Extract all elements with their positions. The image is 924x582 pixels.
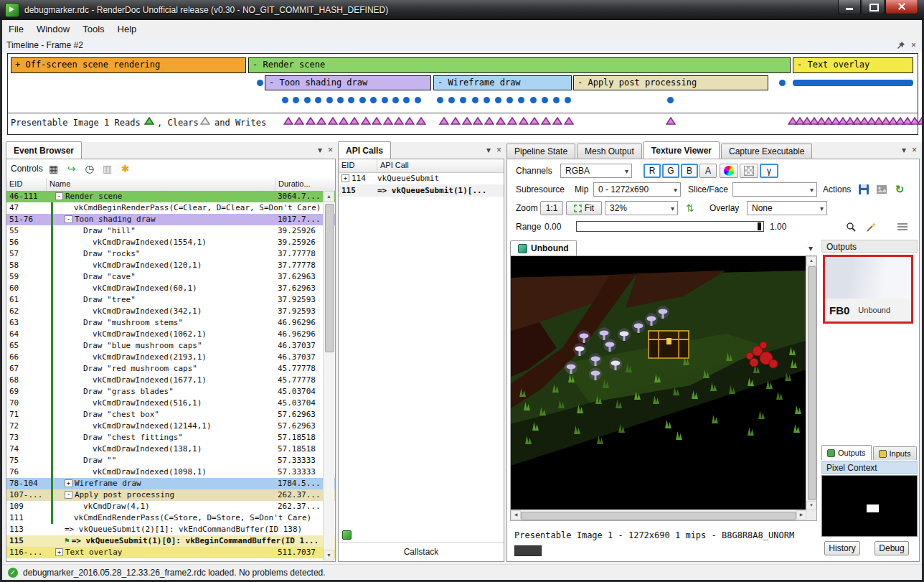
write-usage-marker[interactable] — [394, 117, 404, 125]
timeline-event-dot[interactable] — [437, 97, 443, 103]
zoom-combo[interactable]: 32% ▾ — [605, 201, 678, 215]
timeline-event-dot[interactable] — [415, 97, 421, 103]
event-row[interactable]: 55Draw "hill"39.25926 — [6, 225, 335, 237]
write-usage-marker[interactable] — [552, 117, 562, 125]
write-usage-marker[interactable] — [451, 117, 461, 125]
tab-mesh-output[interactable]: Mesh Output — [577, 144, 642, 159]
timeline-overlay-events-bar[interactable] — [793, 80, 913, 86]
write-usage-marker[interactable] — [439, 117, 449, 125]
write-usage-marker[interactable] — [473, 117, 483, 125]
write-usage-marker[interactable] — [666, 117, 676, 125]
gamma-button[interactable]: γ — [760, 164, 778, 178]
event-browser-close-icon[interactable]: × — [328, 145, 333, 155]
write-usage-marker[interactable] — [383, 117, 393, 125]
menu-item-tools[interactable]: Tools — [76, 21, 110, 38]
save-texture-button[interactable] — [856, 182, 872, 197]
timeline-event-dot[interactable] — [448, 97, 455, 103]
write-usage-marker[interactable] — [507, 117, 517, 125]
event-row[interactable]: 70vkCmdDrawIndexed(516,1)45.03704 — [6, 398, 335, 409]
flip-y-button[interactable]: ⇅ — [682, 201, 698, 215]
event-row[interactable]: 75Draw ""57.33333 — [6, 455, 335, 466]
tab-inputs[interactable]: Inputs — [873, 446, 917, 460]
timeline-close-icon[interactable]: × — [911, 40, 916, 50]
event-row[interactable]: 60vkCmdDrawIndexed(60,1)37.62963 — [6, 283, 335, 294]
expand-icon[interactable]: + — [65, 479, 72, 487]
scrollbar-thumb[interactable] — [325, 204, 334, 352]
write-usage-marker[interactable] — [339, 117, 349, 125]
tab-pipeline-state[interactable]: Pipeline State — [506, 144, 575, 159]
write-usage-marker[interactable] — [294, 117, 304, 125]
write-usage-marker[interactable] — [462, 117, 472, 125]
api-calls-close-icon[interactable]: × — [496, 145, 501, 155]
timeline-event-dot[interactable] — [370, 97, 377, 103]
tab-api-calls[interactable]: API Calls — [338, 141, 391, 159]
event-row[interactable]: 57Draw "rocks"37.77778 — [6, 248, 335, 260]
column-eid[interactable]: EID — [6, 178, 47, 191]
column-name[interactable]: Name — [47, 178, 275, 191]
open-texture-list-button[interactable] — [874, 182, 890, 197]
alpha-background-button[interactable] — [740, 164, 758, 178]
timeline-event-dot[interactable] — [506, 97, 513, 103]
timeline-event-dot[interactable] — [518, 97, 524, 103]
timeline-event-dot[interactable] — [293, 97, 299, 103]
event-row[interactable]: 56vkCmdDrawIndexed(1554,1)39.25926 — [6, 237, 335, 248]
write-usage-marker[interactable] — [405, 117, 415, 125]
api-calls-menu-icon[interactable]: ▾ — [486, 145, 491, 155]
timeline-event-dot[interactable] — [326, 97, 333, 103]
title-bar[interactable]: debugmarker.rdc - RenderDoc Unofficial r… — [0, 0, 924, 20]
timeline-event-dot[interactable] — [337, 97, 344, 103]
scroll-right-icon[interactable]: ▶ — [796, 510, 806, 520]
event-row[interactable]: 116-...+Text overlay511.7037 — [6, 547, 335, 558]
timeline-icon[interactable]: ▦ — [47, 163, 61, 174]
expand-icon[interactable]: + — [55, 548, 63, 556]
tab-event-browser[interactable]: Event Browser — [6, 141, 82, 159]
stats-icon[interactable]: ▥ — [100, 163, 115, 174]
channel-a-button[interactable]: A — [699, 164, 717, 178]
overlay-combo[interactable]: None ▾ — [747, 201, 827, 215]
event-row[interactable]: 51-76-Toon shading draw1017.7... — [6, 214, 335, 225]
event-browser-menu-icon[interactable]: ▾ — [318, 145, 322, 155]
timeline-event-dot[interactable] — [315, 97, 321, 103]
write-usage-marker[interactable] — [306, 117, 316, 125]
menu-item-window[interactable]: Window — [30, 21, 76, 38]
column-duration[interactable]: Duratio... — [275, 178, 335, 191]
channel-r-button[interactable]: R — [644, 164, 661, 178]
right-panel-close-icon[interactable]: × — [912, 145, 917, 155]
debug-button[interactable]: Debug — [874, 541, 909, 555]
timeline-event-dot[interactable] — [460, 97, 466, 103]
api-call-row[interactable]: 115=> vkQueueSubmit(1)[... — [339, 184, 504, 197]
event-row[interactable]: 71Draw "chest box"57.62963 — [6, 409, 335, 421]
timeline-block-apply-post-processing[interactable]: - Apply post processing — [573, 75, 768, 90]
menu-item-file[interactable]: File — [2, 21, 30, 38]
event-row[interactable]: 47vkCmdBeginRenderPass(C=Clear, D=Clear,… — [6, 202, 335, 214]
event-row[interactable]: 59Draw "cave"37.62963 — [6, 271, 335, 283]
tab-unbound-texture[interactable]: Unbound — [510, 240, 577, 255]
write-usage-marker[interactable] — [361, 117, 371, 125]
outputs-header[interactable]: Outputs — [821, 240, 918, 253]
write-usage-marker[interactable] — [416, 117, 426, 125]
timeline-event-dot[interactable] — [257, 80, 263, 86]
timeline-block-render-scene[interactable]: - Render scene — [248, 57, 791, 73]
timeline-event-dot[interactable] — [359, 97, 366, 103]
api-call-row[interactable]: +114vkQueueSubmit — [339, 172, 504, 184]
write-usage-marker[interactable] — [564, 117, 574, 125]
timeline-event-dot[interactable] — [403, 97, 410, 103]
autofit-range-button[interactable] — [863, 220, 879, 234]
timeline-event-dot[interactable] — [484, 97, 490, 103]
timeline-event-dot[interactable] — [472, 97, 478, 103]
event-browser-scrollbar[interactable]: ▲ ▼ — [323, 191, 334, 560]
timeline-event-dot[interactable] — [304, 97, 311, 103]
timeline-dock-header[interactable]: Timeline - Frame #2 × — [2, 39, 922, 52]
scroll-down-icon[interactable]: ▼ — [806, 501, 816, 510]
write-usage-marker[interactable] — [484, 117, 494, 125]
column-eid[interactable]: EID — [339, 159, 377, 172]
scroll-up-icon[interactable]: ▲ — [324, 191, 334, 202]
scroll-up-icon[interactable]: ▲ — [806, 256, 816, 266]
refresh-button[interactable]: ↻ — [892, 182, 908, 197]
slice-face-combo[interactable]: ▾ — [732, 182, 817, 197]
jump-eid-icon[interactable]: ↪ — [65, 163, 79, 174]
maximize-button[interactable] — [862, 0, 885, 14]
event-row[interactable]: 68vkCmdDrawIndexed(1677,1)45.77778 — [6, 375, 335, 386]
zoom-range-button[interactable] — [843, 220, 859, 234]
mip-combo[interactable]: 0 - 1272x690 ▾ — [593, 182, 681, 197]
